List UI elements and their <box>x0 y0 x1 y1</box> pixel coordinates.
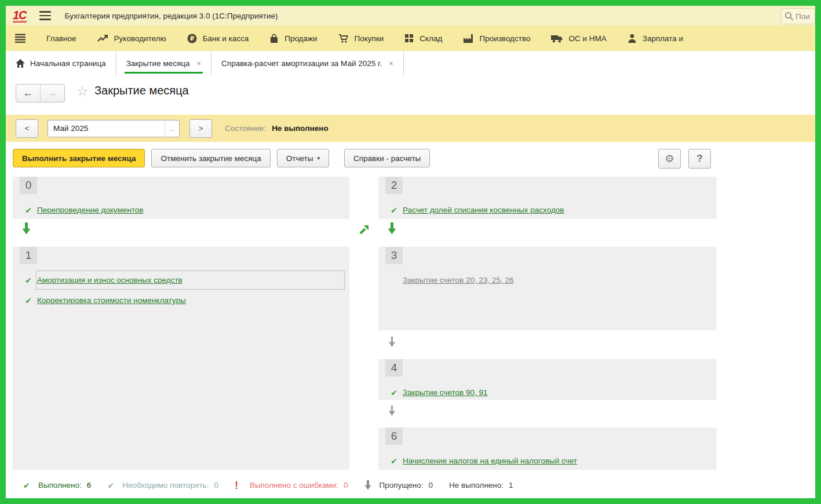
global-search-input[interactable]: Пои <box>781 8 815 24</box>
menu-item-os-i-nma[interactable]: ОС и НМА <box>551 34 606 43</box>
done-check-icon: ✔ <box>385 456 403 466</box>
menu-item-zarplata[interactable]: Зарплата и <box>627 34 683 43</box>
operation-link[interactable]: Амортизация и износ основных средств <box>37 276 183 284</box>
flow-arrow-down-gray-icon <box>388 337 396 348</box>
done-check-icon: ✔ <box>20 296 37 305</box>
stage-block-0: 0 ✔ Перепроведение документов <box>13 177 349 219</box>
legend-not-done: Не выполнено: 1 <box>449 481 513 490</box>
forward-button[interactable]: → <box>40 85 64 102</box>
operation-link[interactable]: Перепроведение документов <box>37 206 143 214</box>
svg-text:₽: ₽ <box>189 35 194 42</box>
sections-panel: Главное Руководителю ₽ Банк и касса Прод… <box>6 25 815 51</box>
reports-dropdown-button[interactable]: Отчеты ▾ <box>277 149 329 167</box>
done-check-icon: ✔ <box>20 206 37 215</box>
main-menu-icon[interactable] <box>39 11 51 20</box>
operation-link[interactable]: Корректировка стоимости номенклатуры <box>37 296 186 305</box>
dropdown-caret-icon: ▾ <box>317 155 320 161</box>
done-check-icon: ✔ <box>20 276 37 285</box>
operation-row: ✔ Начисление налогов на единый налоговый… <box>385 451 712 471</box>
close-tab-icon[interactable]: × <box>389 59 393 68</box>
page-title: Закрытие месяца <box>94 84 189 97</box>
sections-list-icon[interactable] <box>15 34 25 43</box>
tab-bar: Начальная страница Закрытие месяца × Спр… <box>6 51 815 76</box>
stage-number-badge: 3 <box>385 247 403 264</box>
menu-item-rukovoditelyu[interactable]: Руководителю <box>97 34 166 43</box>
skipped-arrow-icon <box>364 480 380 490</box>
history-nav-group: ← → <box>16 84 65 103</box>
truck-icon <box>551 34 563 43</box>
stage-block-2: 2 ✔ Расчет долей списания косвенных расх… <box>378 177 717 219</box>
flow-arrow-diagonal-green-icon <box>359 225 369 235</box>
stage-number-badge: 4 <box>385 359 403 377</box>
references-button[interactable]: Справки - расчеты <box>344 149 430 167</box>
search-placeholder: Пои <box>796 12 810 21</box>
stage-number-badge: 0 <box>20 177 37 194</box>
operation-row: ✔ Закрытие счетов 90, 91 <box>385 382 712 403</box>
cancel-close-button[interactable]: Отменить закрытие месяца <box>151 149 270 167</box>
operation-link[interactable]: Начисление налогов на единый налоговый с… <box>403 456 577 465</box>
tab-depreciation-report[interactable]: Справка-расчет амортизации за Май 2025 г… <box>211 51 404 75</box>
menu-item-prodazhi[interactable]: Продажи <box>269 34 317 43</box>
status-legend: ✔ Выполнено: 6 ✔ Необходимо повторить: 0… <box>6 472 815 498</box>
repeat-check-icon: ✔ <box>107 481 122 490</box>
state-label: Состояние: <box>225 124 266 133</box>
legend-errors: ! Выполнено с ошибками: 0 <box>235 479 348 492</box>
menu-item-pokupki[interactable]: Покупки <box>338 34 384 43</box>
trend-icon <box>97 34 108 43</box>
execute-close-button[interactable]: Выполнить закрытие месяца <box>13 149 145 167</box>
stage-number-badge: 1 <box>20 247 37 264</box>
menu-item-sklad[interactable]: Склад <box>404 34 442 43</box>
operation-row: ✔ Перепроведение документов <box>20 200 345 220</box>
done-check-icon: ✔ <box>23 481 38 490</box>
legend-repeat: ✔ Необходимо повторить: 0 <box>107 481 218 490</box>
operation-link[interactable]: Расчет долей списания косвенных расходов <box>403 206 564 214</box>
favorite-star-icon[interactable]: ☆ <box>76 85 89 98</box>
shopping-bag-icon <box>269 34 279 43</box>
window-title: Бухгалтерия предприятия, редакция 3.0 (1… <box>65 12 278 20</box>
operation-link[interactable]: Закрытие счетов 90, 91 <box>403 388 487 397</box>
flow-arrow-down-green-icon <box>22 222 31 235</box>
prev-period-button[interactable]: < <box>16 119 38 138</box>
tab-month-closing[interactable]: Закрытие месяца × <box>116 51 211 75</box>
next-period-button[interactable]: > <box>189 119 212 138</box>
close-tab-icon[interactable]: × <box>196 59 201 68</box>
operation-row-focused: ✔ Амортизация и износ основных средств <box>20 270 345 290</box>
menu-item-glavnoe[interactable]: Главное <box>46 34 76 43</box>
stage-block-6: 6 ✔ Начисление налогов на единый налогов… <box>378 428 717 470</box>
done-check-icon: ✔ <box>385 206 403 215</box>
screen-frame: 1С Бухгалтерия предприятия, редакция 3.0… <box>0 0 821 504</box>
help-button[interactable]: ? <box>688 149 711 169</box>
stage-number-badge: 2 <box>385 177 403 194</box>
period-bar: < Май 2025 ... > Состояние: Не выполнено <box>6 115 815 142</box>
operation-link-not-done[interactable]: Закрытие счетов 20, 23, 25, 26 <box>403 276 514 284</box>
month-closing-scheme: 0 ✔ Перепроведение документов 1 ✔ Аморти… <box>6 174 815 472</box>
operation-row: ✔ Корректировка стоимости номенклатуры <box>20 290 345 311</box>
operation-row: Закрытие счетов 20, 23, 25, 26 <box>385 270 712 290</box>
app-window: 1С Бухгалтерия предприятия, редакция 3.0… <box>6 6 815 498</box>
flow-arrow-down-green-icon <box>388 222 396 235</box>
stage-number-badge: 6 <box>385 428 403 445</box>
legend-done: ✔ Выполнено: 6 <box>23 481 91 490</box>
menu-item-bank-i-kassa[interactable]: ₽ Банк и касса <box>187 34 249 43</box>
factory-icon <box>463 34 473 43</box>
command-bar: Выполнить закрытие месяца Отменить закры… <box>6 142 815 174</box>
page-header: ← → ☆ Закрытие месяца <box>6 75 815 115</box>
person-icon <box>627 34 637 43</box>
ruble-coin-icon: ₽ <box>187 34 197 43</box>
error-exclamation-icon: ! <box>235 479 250 492</box>
operation-row: ✔ Расчет долей списания косвенных расход… <box>385 200 712 220</box>
1c-logo: 1С <box>13 9 27 23</box>
search-icon <box>784 12 794 21</box>
settings-gear-button[interactable]: ⚙ <box>658 149 681 169</box>
tab-home[interactable]: Начальная страница <box>6 51 116 75</box>
stage-block-4: 4 ✔ Закрытие счетов 90, 91 <box>378 359 717 400</box>
window-titlebar: 1С Бухгалтерия предприятия, редакция 3.0… <box>6 6 815 26</box>
warehouse-boxes-icon <box>404 34 414 43</box>
back-button[interactable]: ← <box>16 85 40 102</box>
flow-arrow-down-gray-icon <box>388 406 396 417</box>
home-icon <box>16 59 25 68</box>
shopping-cart-icon <box>338 34 349 43</box>
period-input[interactable]: Май 2025 ... <box>48 120 180 137</box>
period-picker-button[interactable]: ... <box>165 120 179 137</box>
menu-item-proizvodstvo[interactable]: Производство <box>463 34 530 43</box>
